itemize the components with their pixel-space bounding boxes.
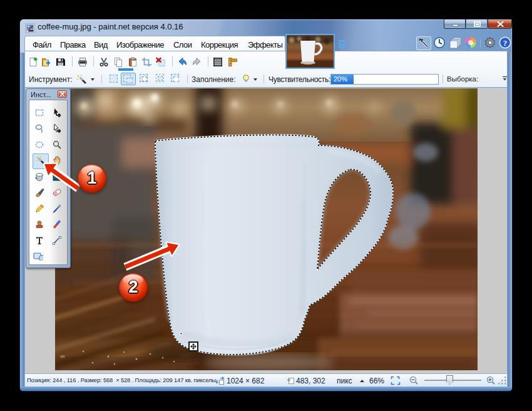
svg-text:?: ?: [503, 38, 508, 48]
